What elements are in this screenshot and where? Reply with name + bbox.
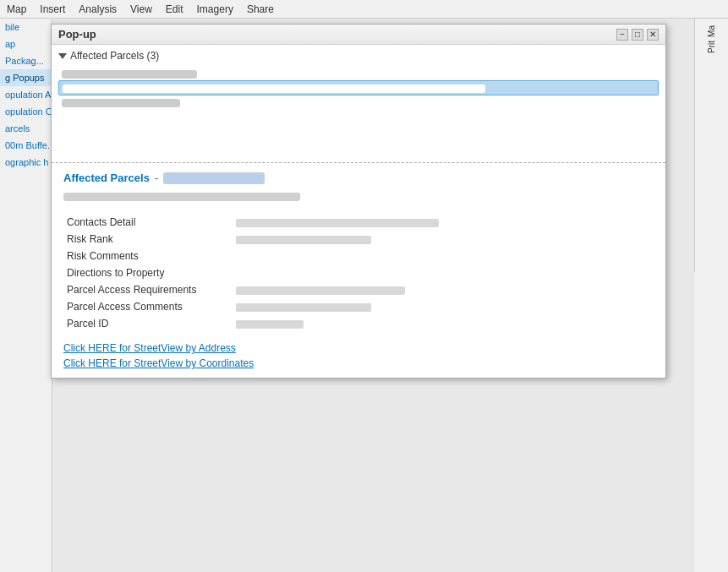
detail-header: Affected Parcels - xyxy=(63,172,654,184)
value-blur xyxy=(236,303,371,312)
popup-minimize-button[interactable]: − xyxy=(616,29,628,41)
table-row: Parcel Access Requirements xyxy=(63,281,654,298)
menu-bar: Map Insert Analysis View Edit Imagery Sh… xyxy=(0,0,728,19)
menu-map[interactable]: Map xyxy=(7,3,26,15)
expand-icon xyxy=(58,53,67,59)
field-value xyxy=(233,315,654,332)
popup-content: Affected Parcels (3) Affected Parcels - xyxy=(52,45,665,378)
field-label: Parcel Access Comments xyxy=(63,298,233,315)
sidebar-item-geo[interactable]: ographic h xyxy=(0,154,52,171)
sidebar-item-pop2[interactable]: opulation C xyxy=(0,103,52,120)
streetview-address-link[interactable]: Click HERE for StreetView by Address xyxy=(63,342,654,354)
table-row: Risk Rank xyxy=(63,231,654,248)
field-label: Directions to Property xyxy=(63,264,233,281)
list-item[interactable] xyxy=(58,80,659,95)
table-row: Risk Comments xyxy=(63,248,654,264)
field-value xyxy=(233,248,654,264)
field-value xyxy=(233,281,654,298)
popup-controls: − □ ✕ xyxy=(616,29,659,41)
description-blur xyxy=(63,193,300,201)
table-row: Parcel ID xyxy=(63,315,654,332)
popup-title: Pop-up xyxy=(58,28,96,41)
right-panel-label-1: Ma xyxy=(707,25,716,37)
menu-insert[interactable]: Insert xyxy=(40,3,65,15)
popup-restore-button[interactable]: □ xyxy=(632,29,643,41)
left-sidebar: bile ap Packag... g Popups opulation A o… xyxy=(0,19,52,572)
value-blur xyxy=(236,219,439,227)
value-blur xyxy=(236,286,405,295)
menu-analysis[interactable]: Analysis xyxy=(79,3,117,15)
sidebar-item-buffer[interactable]: 00m Buffe... xyxy=(0,137,52,154)
right-panel: Ma Prit xyxy=(694,19,728,272)
right-panel-label-2: Prit xyxy=(707,41,716,53)
field-value xyxy=(233,298,654,315)
list-item[interactable] xyxy=(58,95,659,109)
table-row: Contacts Detail xyxy=(63,214,654,231)
popup-titlebar: Pop-up − □ ✕ xyxy=(52,25,665,45)
list-item[interactable] xyxy=(58,67,659,80)
value-blur xyxy=(236,236,371,244)
table-row: Directions to Property xyxy=(63,264,654,281)
streetview-coords-link[interactable]: Click HERE for StreetView by Coordinates xyxy=(63,357,654,369)
sidebar-item-map[interactable]: ap xyxy=(0,35,52,52)
popup-window: Pop-up − □ ✕ Affected Parcels (3) xyxy=(51,24,666,379)
field-value xyxy=(233,264,654,281)
parcel-id-blur xyxy=(63,84,485,93)
popup-close-button[interactable]: ✕ xyxy=(647,29,659,41)
menu-imagery[interactable]: Imagery xyxy=(197,3,233,15)
menu-share[interactable]: Share xyxy=(247,3,274,15)
popup-detail-section: Affected Parcels - Contacts Detail xyxy=(52,163,665,378)
field-value xyxy=(233,214,654,231)
section-header: Affected Parcels (3) xyxy=(58,50,659,62)
detail-table: Contacts Detail Risk Rank Risk Comments xyxy=(63,214,654,332)
field-label: Risk Rank xyxy=(63,231,233,248)
field-label: Parcel Access Requirements xyxy=(63,281,233,298)
parcel-id-blur xyxy=(62,99,180,107)
menu-edit[interactable]: Edit xyxy=(166,3,183,15)
field-label: Risk Comments xyxy=(63,248,233,264)
sidebar-item-popups[interactable]: g Popups xyxy=(0,69,52,86)
detail-separator: - xyxy=(155,172,158,184)
parcel-id-blur xyxy=(62,70,197,79)
detail-subtitle-blur xyxy=(163,172,265,184)
sidebar-item-parcels[interactable]: arcels xyxy=(0,120,52,137)
sidebar-item-package[interactable]: Packag... xyxy=(0,52,52,69)
popup-links: Click HERE for StreetView by Address Cli… xyxy=(63,342,654,369)
table-row: Parcel Access Comments xyxy=(63,298,654,315)
sidebar-item-mobile[interactable]: bile xyxy=(0,19,52,35)
field-label: Contacts Detail xyxy=(63,214,233,231)
detail-title: Affected Parcels xyxy=(63,172,150,184)
detail-description xyxy=(63,191,654,205)
field-value xyxy=(233,231,654,248)
section-header-label: Affected Parcels (3) xyxy=(70,50,159,62)
value-blur xyxy=(236,320,304,329)
parcel-list xyxy=(58,67,659,109)
field-label: Parcel ID xyxy=(63,315,233,332)
sidebar-item-pop1[interactable]: opulation A xyxy=(0,86,52,103)
parcel-list-section: Affected Parcels (3) xyxy=(52,45,665,163)
menu-view[interactable]: View xyxy=(130,3,152,15)
